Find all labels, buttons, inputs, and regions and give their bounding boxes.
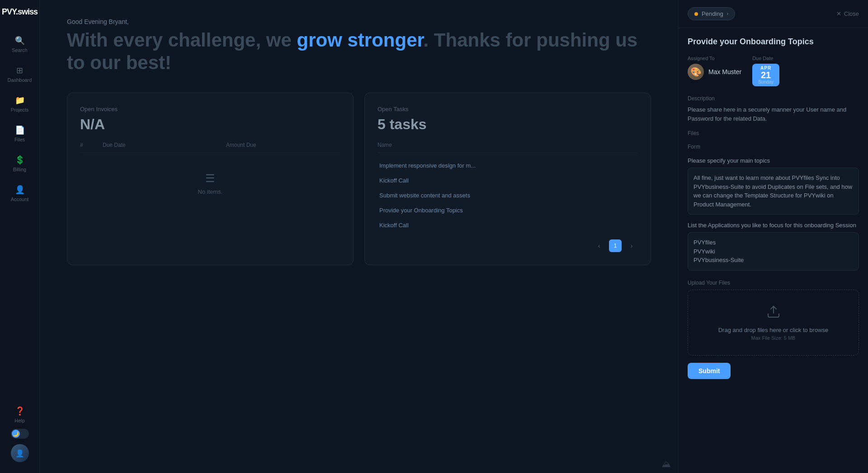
close-icon: ✕ bbox=[836, 10, 841, 17]
panel-header: Pending › ✕ Close bbox=[679, 0, 868, 28]
tasks-table-header: Name bbox=[377, 142, 638, 153]
help-label: Help bbox=[14, 418, 25, 423]
panel-title: Provide your Onboarding Topics bbox=[688, 37, 859, 47]
dashboard-icon: ⊞ bbox=[16, 66, 23, 75]
user-avatar[interactable]: 👤 bbox=[11, 444, 29, 462]
sidebar-item-label: Projects bbox=[11, 107, 29, 112]
upload-text: Drag and drop files here or click to bro… bbox=[697, 327, 849, 333]
status-dot bbox=[694, 12, 698, 16]
pagination: ‹ 1 › bbox=[377, 239, 638, 252]
invoices-card: Open Invoices N/A # Due Date Amount Due … bbox=[67, 93, 354, 265]
sidebar-nav: 🔍 Search ⊞ Dashboard 📁 Projects 📄 Files … bbox=[4, 31, 36, 406]
close-label: Close bbox=[844, 10, 859, 17]
moon-icon: 🌙 bbox=[13, 431, 19, 437]
avatar: 🎨 bbox=[688, 64, 704, 80]
task-item[interactable]: Submit website content and assets bbox=[377, 188, 638, 202]
sidebar-item-files[interactable]: 📄 Files bbox=[4, 121, 36, 147]
description-label: Description bbox=[688, 95, 859, 102]
sidebar-item-label: Billing bbox=[13, 167, 26, 172]
theme-dot: 🌙 bbox=[12, 430, 20, 438]
description-text: Please share here in a securely manner y… bbox=[688, 105, 859, 123]
invoices-value: N/A bbox=[80, 116, 340, 133]
sidebar-item-billing[interactable]: 💲 Billing bbox=[4, 150, 36, 177]
sidebar-item-account[interactable]: 👤 Account bbox=[4, 180, 36, 206]
due-date-field: Due Date APR 21 Sunday bbox=[752, 56, 779, 86]
upload-hint: Max File Size: 5 MB bbox=[697, 335, 849, 341]
col-hash: # bbox=[80, 142, 94, 148]
task-item[interactable]: Kickoff Call bbox=[377, 173, 638, 187]
panel-body: Provide your Onboarding Topics Assigned … bbox=[679, 28, 868, 473]
upload-icon bbox=[697, 304, 849, 322]
sidebar-item-label: Account bbox=[11, 197, 29, 202]
main-content: Good Evening Bryant, With every challeng… bbox=[40, 0, 678, 473]
invoices-empty: ☰ No items. bbox=[80, 159, 340, 209]
headline: With every challenge, we grow stronger. … bbox=[67, 29, 651, 75]
main-topics-label: Please specify your main topics bbox=[688, 157, 859, 164]
empty-text: No items. bbox=[198, 188, 223, 195]
invoices-table-header: # Due Date Amount Due bbox=[80, 142, 340, 153]
sidebar-bottom: ❓ Help 🌙 👤 bbox=[11, 406, 29, 466]
task-item[interactable]: Implement responsive design for m... bbox=[377, 159, 638, 173]
account-icon: 👤 bbox=[15, 185, 25, 195]
files-icon: 📄 bbox=[15, 125, 25, 135]
help-button[interactable]: ❓ Help bbox=[14, 406, 25, 423]
applications-label: List the Applications you like to focus … bbox=[688, 222, 859, 229]
projects-icon: 📁 bbox=[15, 95, 25, 105]
applications-textarea[interactable]: PVYfiles PVYwiki PVYbusiness-Suite bbox=[688, 232, 859, 271]
col-amount-due: Amount Due bbox=[226, 142, 340, 148]
upload-area[interactable]: Drag and drop files here or click to bro… bbox=[688, 290, 859, 356]
upload-label: Upload Your Files bbox=[688, 280, 859, 286]
greeting-text: Good Evening Bryant, bbox=[67, 18, 651, 25]
sidebar: PVY.swiss 🔍 Search ⊞ Dashboard 📁 Project… bbox=[0, 0, 40, 473]
headline-part1: With every challenge, we bbox=[67, 29, 297, 51]
due-date-day: 21 bbox=[757, 70, 775, 80]
task-item[interactable]: Provide your Onboarding Topics bbox=[377, 203, 638, 217]
theme-toggle[interactable]: 🌙 bbox=[11, 429, 29, 439]
prev-page-button[interactable]: ‹ bbox=[593, 239, 605, 252]
submit-button[interactable]: Submit bbox=[688, 363, 731, 379]
tasks-col-name: Name bbox=[377, 142, 392, 148]
invoices-title: Open Invoices bbox=[80, 106, 340, 112]
current-page[interactable]: 1 bbox=[609, 239, 622, 252]
sidebar-item-projects[interactable]: 📁 Projects bbox=[4, 91, 36, 117]
bottom-bar: ⛰ bbox=[40, 455, 678, 473]
sidebar-item-label: Search bbox=[12, 47, 28, 53]
files-label: Files bbox=[688, 130, 859, 136]
meta-row: Assigned To 🎨 Max Muster Due Date APR 21… bbox=[688, 56, 859, 86]
sidebar-item-dashboard[interactable]: ⊞ Dashboard bbox=[4, 61, 36, 87]
headline-highlight: grow stronger bbox=[297, 29, 423, 51]
task-list: Implement responsive design for m... Kic… bbox=[377, 159, 638, 232]
cards-row: Open Invoices N/A # Due Date Amount Due … bbox=[67, 93, 651, 265]
assignee-name: Max Muster bbox=[708, 68, 741, 75]
assignee: 🎨 Max Muster bbox=[688, 64, 741, 80]
empty-icon: ☰ bbox=[205, 172, 215, 185]
tasks-value: 5 tasks bbox=[377, 116, 638, 133]
mountain-icon: ⛰ bbox=[662, 459, 671, 469]
col-due-date: Due Date bbox=[103, 142, 217, 148]
status-label: Pending bbox=[702, 10, 723, 17]
tasks-title: Open Tasks bbox=[377, 106, 638, 112]
assigned-to-field: Assigned To 🎨 Max Muster bbox=[688, 56, 741, 86]
right-panel: Pending › ✕ Close Provide your Onboardin… bbox=[678, 0, 868, 473]
form-section: Please specify your main topics All fine… bbox=[688, 157, 859, 379]
due-date-card: APR 21 Sunday bbox=[752, 64, 779, 86]
assigned-to-label: Assigned To bbox=[688, 56, 741, 61]
due-date-label: Due Date bbox=[752, 56, 779, 61]
help-icon: ❓ bbox=[15, 406, 25, 416]
next-page-button[interactable]: › bbox=[625, 239, 638, 252]
main-inner: Good Evening Bryant, With every challeng… bbox=[40, 0, 678, 455]
task-item[interactable]: Kickoff Call bbox=[377, 218, 638, 232]
close-button[interactable]: ✕ Close bbox=[836, 10, 859, 17]
chevron-right-icon: › bbox=[727, 11, 728, 16]
tasks-card: Open Tasks 5 tasks Name Implement respon… bbox=[364, 93, 651, 265]
sidebar-item-label: Files bbox=[14, 137, 25, 142]
billing-icon: 💲 bbox=[15, 155, 25, 165]
status-badge[interactable]: Pending › bbox=[688, 7, 735, 20]
form-label: Form bbox=[688, 144, 859, 150]
main-topics-textarea[interactable]: All fine, just want to learn more about … bbox=[688, 168, 859, 215]
sidebar-item-search[interactable]: 🔍 Search bbox=[4, 31, 36, 57]
search-icon: 🔍 bbox=[15, 36, 25, 46]
app-logo: PVY.swiss bbox=[2, 7, 38, 17]
sidebar-item-label: Dashboard bbox=[8, 77, 32, 83]
due-date-weekday: Sunday bbox=[757, 80, 775, 84]
